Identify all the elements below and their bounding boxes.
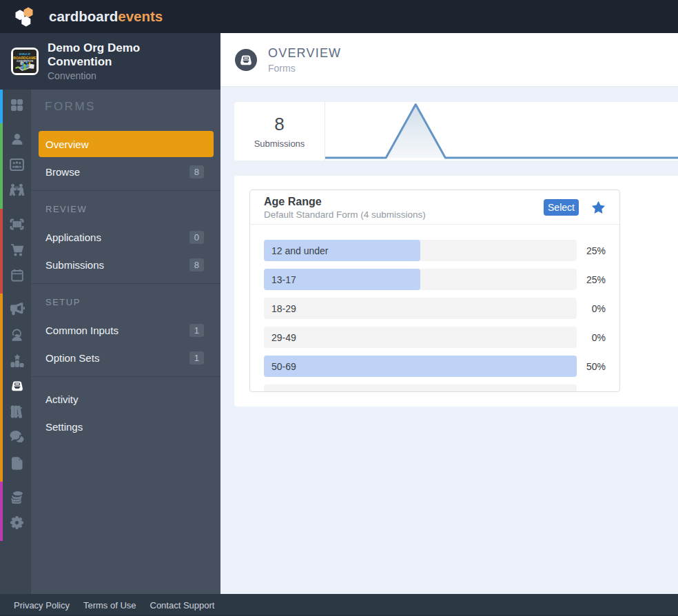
svg-text:CONVENTION: CONVENTION — [17, 60, 33, 63]
